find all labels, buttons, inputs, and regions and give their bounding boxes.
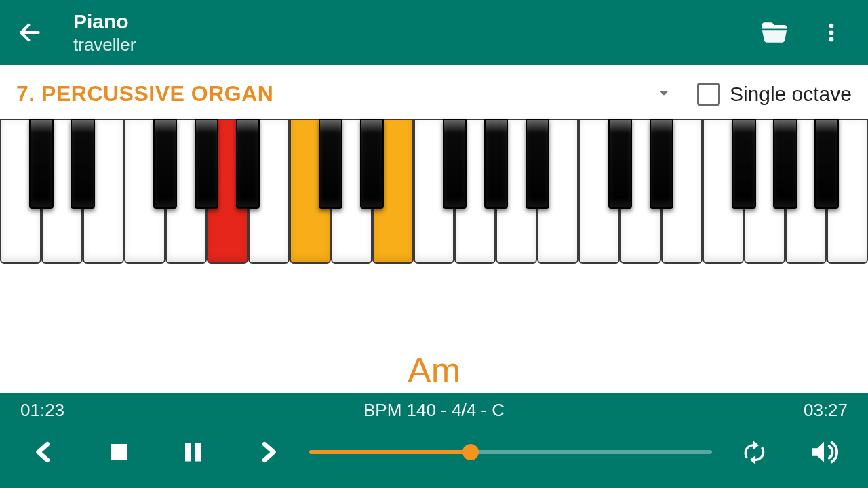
chevron-down-icon [654, 83, 674, 103]
black-key[interactable] [360, 119, 384, 209]
progress-bar[interactable] [285, 450, 736, 454]
volume-icon [808, 436, 840, 468]
svg-rect-5 [185, 443, 191, 462]
pause-icon [181, 439, 205, 466]
black-key[interactable] [732, 119, 755, 209]
chord-display-area: Am [0, 264, 868, 393]
current-chord: Am [408, 350, 460, 390]
svg-point-3 [829, 37, 834, 42]
black-key[interactable] [443, 119, 467, 209]
total-time: 03:27 [739, 400, 848, 421]
piano-keyboard[interactable] [0, 119, 868, 264]
arrow-left-icon [17, 20, 43, 45]
more-vertical-icon [820, 19, 843, 46]
folder-open-icon [760, 18, 789, 47]
svg-point-1 [829, 24, 834, 28]
next-button[interactable] [251, 435, 285, 469]
repeat-icon [738, 437, 768, 467]
open-file-button[interactable] [758, 16, 791, 49]
player-bar: 01:23 BPM 140 - 4/4 - C 03:27 [0, 393, 868, 488]
page-title: Piano [73, 10, 758, 33]
back-button[interactable] [14, 16, 46, 49]
black-key[interactable] [814, 119, 838, 209]
svg-rect-4 [111, 444, 127, 460]
playback-meta: BPM 140 - 4/4 - C [129, 400, 739, 421]
more-menu-button[interactable] [815, 16, 848, 49]
svg-rect-6 [195, 443, 201, 462]
black-key[interactable] [773, 119, 797, 209]
svg-point-2 [829, 30, 834, 35]
single-octave-toggle[interactable]: Single octave [697, 83, 852, 106]
stop-icon [106, 440, 131, 464]
black-key[interactable] [195, 119, 218, 209]
instrument-row: 7. PERCUSSIVE ORGAN Single octave [0, 65, 868, 119]
black-key[interactable] [650, 119, 673, 209]
elapsed-time: 01:23 [20, 400, 129, 421]
checkbox-icon [697, 83, 720, 106]
stop-button[interactable] [102, 435, 136, 469]
chevron-left-icon [31, 439, 58, 466]
black-key[interactable] [608, 119, 632, 209]
pause-button[interactable] [176, 435, 210, 469]
black-key[interactable] [526, 119, 549, 209]
single-octave-label: Single octave [730, 83, 852, 106]
chevron-right-icon [254, 439, 281, 466]
black-key[interactable] [484, 119, 508, 209]
page-subtitle: traveller [73, 35, 758, 56]
black-key[interactable] [236, 119, 260, 209]
black-key[interactable] [319, 119, 342, 209]
instrument-select[interactable]: 7. PERCUSSIVE ORGAN [16, 81, 631, 106]
repeat-button[interactable] [736, 435, 770, 469]
prev-button[interactable] [27, 435, 61, 469]
volume-button[interactable] [807, 435, 841, 469]
black-key[interactable] [29, 119, 53, 209]
black-key[interactable] [71, 119, 94, 209]
app-header: Piano traveller [0, 0, 868, 65]
black-key[interactable] [153, 119, 177, 209]
instrument-dropdown-caret[interactable] [644, 83, 684, 106]
